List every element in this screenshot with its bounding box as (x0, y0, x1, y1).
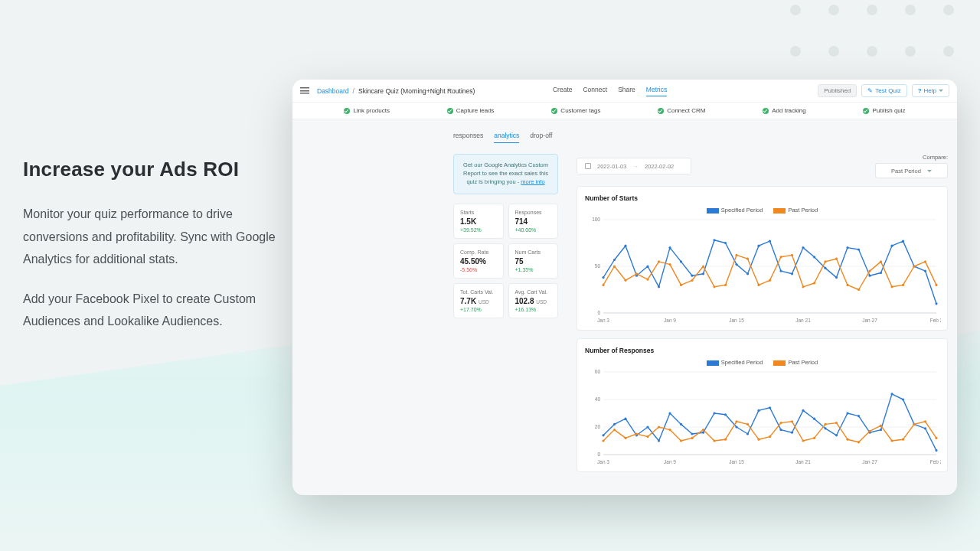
svg-point-40 (902, 240, 904, 243)
svg-point-27 (757, 245, 760, 247)
ga-note: Get our Google Analytics Custom Report t… (453, 154, 558, 194)
right-column: 2022-01-03 → 2022-02-02 Compare: Past Pe… (577, 154, 948, 480)
svg-point-20 (680, 260, 682, 262)
svg-point-123 (624, 437, 626, 439)
svg-point-19 (668, 246, 671, 249)
app-window: Dashboard / Skincare Quiz (Morning+Night… (292, 80, 957, 495)
svg-point-141 (824, 423, 826, 425)
svg-point-94 (646, 425, 648, 428)
kpi-label: Tot. Carts Val. (460, 289, 497, 295)
svg-text:40: 40 (595, 396, 601, 402)
svg-text:Jan 21: Jan 21 (795, 318, 811, 323)
chart-title: Number of Starts (585, 194, 939, 202)
help-button[interactable]: ? Help (912, 84, 949, 97)
decorative-dots (790, 5, 954, 57)
kpi-delta: +1.35% (515, 267, 552, 272)
svg-text:Jan 27: Jan 27 (862, 459, 877, 465)
svg-point-119 (924, 427, 926, 429)
svg-text:100: 100 (592, 217, 600, 222)
svg-point-131 (713, 439, 715, 442)
step-capture-leads[interactable]: Capture leads (447, 107, 495, 114)
svg-point-54 (713, 285, 715, 288)
svg-point-28 (769, 240, 771, 243)
svg-point-108 (802, 409, 804, 412)
svg-point-98 (691, 432, 693, 435)
kpi-card: Tot. Carts Val.7.7K USD+17.70% (453, 283, 504, 318)
compare-label: Compare: (875, 154, 948, 161)
step-customer-tags[interactable]: Customer tags (551, 107, 600, 114)
svg-point-53 (702, 265, 704, 267)
step-label: Add tracking (772, 107, 805, 114)
svg-point-151 (935, 437, 937, 439)
published-badge[interactable]: Published (818, 84, 857, 97)
chevron-down-icon (927, 170, 932, 172)
svg-point-31 (802, 246, 804, 249)
compare-select[interactable]: Past Period (875, 163, 948, 178)
svg-text:60: 60 (595, 369, 601, 374)
svg-point-145 (868, 430, 871, 432)
step-label: Connect CRM (667, 107, 705, 114)
svg-point-111 (835, 434, 838, 436)
kpi-label: Num Carts (515, 249, 552, 255)
svg-point-69 (880, 260, 882, 262)
marketing-paragraph-2: Add your Facebook Pixel to create Custom… (23, 288, 283, 333)
step-add-tracking[interactable]: Add tracking (763, 107, 805, 114)
svg-point-29 (779, 270, 782, 272)
svg-point-51 (680, 284, 682, 286)
svg-point-122 (613, 429, 616, 431)
svg-point-129 (691, 437, 693, 439)
svg-point-138 (791, 420, 793, 422)
nav-connect[interactable]: Connect (583, 86, 607, 96)
chart-card: Number of StartsSpecified PeriodPast Per… (577, 186, 948, 331)
help-icon: ? (918, 87, 922, 94)
step-label: Publish quiz (872, 107, 905, 114)
svg-point-32 (813, 256, 815, 258)
svg-point-115 (880, 429, 882, 431)
chart-svg: 0204060Jan 3Jan 9Jan 15Jan 21Jan 27Feb 2 (585, 369, 941, 467)
date-range-picker[interactable]: 2022-01-03 → 2022-02-02 (577, 158, 691, 174)
kpi-card: Avg. Cart Val.102.8 USD+16.13% (508, 283, 559, 318)
chart-title: Number of Responses (585, 347, 939, 354)
test-quiz-button[interactable]: ✎ Test Quiz (861, 84, 906, 97)
date-end: 2022-02-02 (645, 163, 674, 170)
filter-row: 2022-01-03 → 2022-02-02 Compare: Past Pe… (577, 154, 948, 178)
step-link-products[interactable]: Link products (344, 107, 390, 114)
svg-point-25 (735, 263, 737, 266)
svg-point-135 (757, 439, 760, 441)
legend-specified: Specified Period (707, 207, 763, 214)
svg-point-57 (746, 258, 749, 260)
kpi-card: Num Carts75+1.35% (508, 243, 559, 279)
kpi-value: 7.7K USD (460, 297, 497, 305)
kpi-value: 45.50% (460, 257, 497, 266)
svg-point-97 (680, 423, 682, 425)
svg-text:Jan 3: Jan 3 (597, 459, 609, 465)
ga-note-link[interactable]: more info (521, 178, 544, 185)
step-publish-quiz[interactable]: Publish quiz (863, 107, 905, 114)
menu-icon[interactable] (300, 87, 309, 94)
kpi-value: 75 (515, 257, 552, 266)
nav-create[interactable]: Create (553, 86, 573, 96)
svg-point-126 (658, 425, 660, 428)
svg-point-124 (635, 432, 638, 435)
step-connect-crm[interactable]: Connect CRM (658, 107, 705, 114)
nav-share[interactable]: Share (618, 86, 635, 96)
kpi-delta: -5.56% (460, 267, 497, 272)
svg-point-64 (824, 260, 826, 262)
svg-point-50 (668, 263, 671, 266)
svg-text:Jan 9: Jan 9 (664, 459, 676, 465)
svg-point-143 (846, 439, 848, 441)
nav-metrics[interactable]: Metrics (646, 86, 667, 96)
kpi-card: Comp. Rate45.50%-5.56% (453, 243, 504, 279)
svg-point-43 (935, 302, 937, 305)
svg-point-36 (858, 248, 860, 250)
tab-responses[interactable]: responses (453, 132, 483, 143)
breadcrumb-root[interactable]: Dashboard (317, 87, 349, 95)
tab-analytics[interactable]: analytics (494, 132, 519, 143)
svg-point-21 (691, 275, 693, 277)
kpi-delta: +16.13% (515, 307, 552, 312)
svg-point-74 (935, 284, 937, 286)
tab-dropoff[interactable]: drop-off (530, 132, 552, 143)
svg-point-38 (880, 272, 882, 274)
kpi-delta: +40.00% (515, 227, 552, 233)
svg-point-127 (668, 429, 671, 431)
